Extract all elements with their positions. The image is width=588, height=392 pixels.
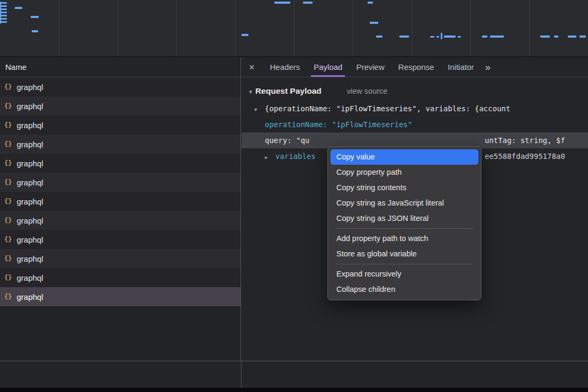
fetch-icon: {} [4, 293, 12, 300]
timeline-bar [31, 16, 39, 18]
tab-initiator[interactable]: Initiator [441, 57, 480, 77]
request-row[interactable]: {}graphql [0, 211, 240, 230]
network-overview[interactable] [0, 0, 588, 57]
overflow-tabs-icon[interactable]: » [485, 62, 491, 72]
timeline-gridline [235, 0, 236, 56]
query-left-text: query: "qu [265, 136, 309, 145]
timeline-bar [580, 35, 586, 38]
request-table: Name {}graphql{}graphql{}graphql{}graphq… [0, 57, 241, 361]
request-row[interactable]: {}graphql [0, 115, 240, 135]
fetch-icon: {} [4, 121, 12, 129]
request-name: graphql [16, 235, 43, 244]
timeline-gridline [118, 0, 118, 56]
payload-preview-text: {operationName: "ipFlowTimeseries", vari… [265, 104, 511, 113]
request-row[interactable]: {}graphql [0, 230, 240, 249]
menu-item-expand-recursively[interactable]: Expand recursively [331, 266, 478, 282]
timeline-bar [436, 36, 439, 38]
window-bottom-edge [0, 388, 588, 392]
request-name: graphql [16, 273, 43, 282]
tab-preview[interactable]: Preview [349, 57, 391, 77]
query-right-text: untTag: string, $f [485, 132, 565, 148]
request-row[interactable]: {}graphql [0, 287, 240, 306]
menu-item-copy-string-as-json-literal[interactable]: Copy string as JSON literal [331, 211, 478, 226]
request-name: graphql [16, 292, 43, 301]
tab-response[interactable]: Response [391, 57, 441, 77]
timeline-bar [1, 15, 7, 16]
panel-divider[interactable] [241, 361, 242, 388]
request-row[interactable]: {}graphql [0, 192, 240, 211]
request-row[interactable]: {}graphql [0, 154, 240, 173]
request-row[interactable]: {}graphql [0, 173, 240, 192]
timeline-bar [490, 35, 504, 38]
timeline-bar [1, 21, 7, 23]
menu-item-add-property-path-to-watch[interactable]: Add property path to watch [331, 231, 478, 246]
menu-item-copy-string-as-javascript-literal[interactable]: Copy string as JavaScript literal [331, 195, 478, 211]
request-row[interactable]: {}graphql [0, 249, 240, 268]
section-disclosure-icon[interactable]: ▼ [248, 89, 253, 95]
timeline-gridline [353, 0, 353, 56]
timeline-bar [399, 35, 409, 38]
request-row[interactable]: {}graphql [0, 268, 240, 287]
fetch-icon: {} [4, 236, 12, 243]
timeline-bar [32, 30, 38, 32]
timeline-gridline [294, 0, 295, 56]
timeline-bar [441, 33, 442, 39]
request-name: graphql [16, 83, 43, 92]
request-row[interactable]: {}graphql [0, 96, 240, 115]
tab-payload[interactable]: Payload [307, 57, 349, 77]
menu-separator [336, 264, 473, 264]
disclosure-open-icon[interactable]: ▼ [254, 107, 257, 112]
timeline-gridline [59, 0, 59, 56]
request-name: graphql [16, 140, 43, 149]
request-list: {}graphql{}graphql{}graphql{}graphql{}gr… [0, 77, 240, 306]
menu-item-collapse-children[interactable]: Collapse children [331, 282, 478, 297]
menu-item-copy-property-path[interactable]: Copy property path [331, 165, 478, 180]
payload-root-row[interactable]: ▼ {operationName: "ipFlowTimeseries", va… [242, 101, 588, 117]
timeline-bar [1, 2, 7, 4]
request-row[interactable]: {}graphql [0, 135, 240, 154]
operation-name-row[interactable]: operationName: "ipFlowTimeseries" [242, 117, 588, 132]
close-icon[interactable]: × [249, 63, 255, 72]
timeline-gridline [176, 0, 177, 56]
fetch-icon: {} [4, 179, 12, 186]
tab-headers[interactable]: Headers [263, 57, 307, 77]
timeline-gridline [529, 0, 530, 56]
tab-strip: HeadersPayloadPreviewResponseInitiator [263, 57, 481, 77]
fetch-icon: {} [4, 102, 12, 110]
request-name: graphql [16, 159, 43, 168]
timeline-bar [430, 36, 434, 38]
request-name: graphql [16, 216, 43, 225]
fetch-icon: {} [4, 140, 12, 148]
menu-item-copy-value[interactable]: Copy value [331, 149, 478, 165]
menu-separator [336, 228, 473, 229]
detail-tabbar: × HeadersPayloadPreviewResponseInitiator… [242, 57, 588, 77]
timeline-gridline [470, 0, 471, 56]
column-header-name[interactable]: Name [0, 57, 240, 77]
timeline-bar [482, 35, 487, 38]
request-name: graphql [16, 121, 43, 130]
timeline-bar [458, 36, 461, 38]
timeline-bar [15, 7, 22, 9]
menu-item-copy-string-contents[interactable]: Copy string contents [331, 180, 478, 195]
fetch-icon: {} [4, 217, 12, 224]
request-name: graphql [16, 178, 43, 187]
view-source-link[interactable]: view source [347, 87, 388, 95]
property-key: variables [275, 152, 316, 161]
timeline-bar [1, 18, 7, 20]
fetch-icon: {} [4, 255, 12, 262]
timeline-bar [1, 12, 7, 13]
request-name: graphql [16, 102, 43, 111]
request-name: graphql [16, 254, 43, 263]
request-name: graphql [16, 197, 43, 206]
request-row[interactable]: {}graphql [0, 77, 240, 96]
timeline-bar [376, 35, 382, 38]
fetch-icon: {} [4, 198, 12, 205]
timeline-bar [554, 35, 558, 38]
timeline-bar [568, 35, 576, 38]
timeline-bar [303, 2, 313, 4]
menu-item-store-as-global-variable[interactable]: Store as global variable [331, 246, 478, 262]
timeline-bar [540, 35, 550, 38]
timeline-bar [242, 34, 248, 36]
disclosure-closed-icon[interactable]: ▶ [265, 155, 268, 160]
timeline-bar [370, 22, 378, 24]
